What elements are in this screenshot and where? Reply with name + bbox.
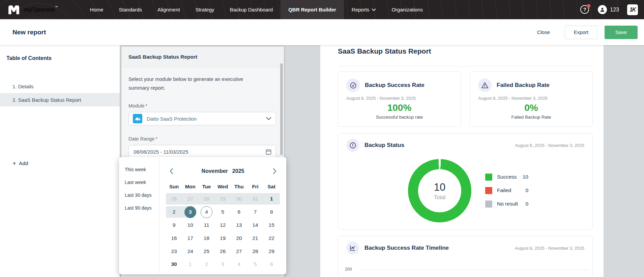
calendar-day[interactable]: 11 — [198, 219, 214, 232]
calendar-day[interactable]: 4 — [231, 258, 247, 271]
close-button[interactable]: Close — [537, 29, 550, 35]
donut-total: 10 — [434, 181, 445, 193]
card-title: Backup Success Rate Timeline — [364, 245, 449, 251]
calendar-day[interactable]: 28 — [198, 192, 214, 206]
calendar-day[interactable]: 16 — [166, 232, 182, 245]
nav-item-qbr-report-builder[interactable]: QBR Report Builder — [281, 0, 344, 19]
calendar-day[interactable]: 29 — [215, 192, 231, 206]
donut-chart: 10 Total — [408, 159, 471, 222]
calendar-day[interactable]: 2 — [166, 206, 182, 219]
calendar-day[interactable]: 23 — [166, 245, 182, 258]
myitprocess-logo-icon — [7, 5, 20, 15]
user-avatar-icon — [598, 5, 607, 14]
legend-swatch — [485, 187, 492, 194]
calendar-day[interactable]: 22 — [263, 232, 280, 245]
nav-item-strategy[interactable]: Strategy — [188, 0, 222, 19]
calendar-day[interactable]: 4 — [198, 206, 214, 219]
calendar-day[interactable]: 1 — [182, 258, 198, 271]
nav-item-home[interactable]: Home — [82, 0, 111, 19]
calendar-day[interactable]: 3 — [182, 206, 198, 219]
calendar-day[interactable]: 21 — [247, 232, 263, 245]
card-title: Backup Status — [364, 142, 404, 149]
module-select[interactable]: Datto SaaS Protection — [128, 112, 276, 125]
required-asterisk: * — [146, 103, 148, 109]
preset-this-week[interactable]: This week — [119, 163, 159, 176]
calendar-day[interactable]: 2 — [198, 258, 214, 271]
calendar-day-number: 26 — [168, 193, 180, 205]
calendar-day[interactable]: 26 — [166, 192, 182, 206]
kaseya-logo[interactable]: 1K — [627, 4, 638, 15]
calendar-day[interactable]: 26 — [215, 245, 231, 258]
preset-last-week[interactable]: Last week — [119, 176, 159, 189]
metric-cards-row: Backup Success Rate August 6, 2025 - Nov… — [338, 71, 593, 127]
card-title: Backup Success Rate — [365, 82, 425, 89]
calendar-day-number: 15 — [266, 219, 277, 231]
calendar-day[interactable]: 30 — [166, 258, 182, 271]
calendar-day[interactable]: 20 — [231, 232, 247, 245]
form-panel-title: SaaS Backup Status Report — [128, 54, 197, 60]
calendar-day[interactable]: 19 — [215, 232, 231, 245]
date-range-input[interactable]: 08/06/2025 - 11/03/2025 — [128, 145, 276, 158]
calendar-day[interactable]: 14 — [247, 219, 263, 232]
nav-item-backup-dashboard[interactable]: Backup Dashboard — [222, 0, 281, 19]
calendar-day[interactable]: 24 — [182, 245, 198, 258]
calendar-day[interactable]: 31 — [247, 192, 263, 206]
calendar-day[interactable]: 10 — [182, 219, 198, 232]
calendar-day[interactable]: 6 — [263, 258, 280, 271]
form-scrollbar[interactable] — [280, 63, 283, 155]
calendar-day[interactable]: 27 — [231, 245, 247, 258]
calendar-day[interactable]: 6 — [231, 206, 247, 219]
help-button[interactable]: ? — [580, 5, 590, 14]
user-menu[interactable]: 123 — [598, 5, 619, 14]
calendar-day[interactable]: 30 — [231, 192, 247, 206]
prev-month-button[interactable] — [166, 166, 177, 177]
add-section-button[interactable]: + Add — [12, 160, 28, 167]
calendar-day-number: 16 — [168, 232, 180, 244]
calendar-day[interactable]: 25 — [198, 245, 214, 258]
calendar-day[interactable]: 28 — [247, 245, 263, 258]
line-chart-icon — [346, 242, 359, 254]
preset-last-30-days[interactable]: Last 30 days — [119, 189, 159, 202]
legend-label: Failed — [497, 187, 511, 193]
calendar-day[interactable]: 5 — [215, 206, 231, 219]
calendar-day[interactable]: 1 — [263, 192, 280, 206]
save-button[interactable]: Save — [605, 26, 638, 39]
calendar-day[interactable]: 13 — [231, 219, 247, 232]
calendar-day-number: 28 — [250, 245, 261, 257]
calendar-day[interactable]: 17 — [182, 232, 198, 245]
toc-item-1-details[interactable]: 1. Details — [0, 80, 120, 93]
legend-row-no-result: No result0 — [485, 197, 528, 211]
card-date-range: August 6, 2025 - November 3, 2025 — [515, 143, 584, 148]
nav-item-organizations[interactable]: Organizations — [384, 0, 431, 19]
calendar-day[interactable]: 29 — [263, 245, 280, 258]
calendar-day-number: 30 — [168, 258, 180, 270]
nav-item-reports[interactable]: Reports — [344, 0, 384, 19]
calendar-day[interactable]: 27 — [182, 192, 198, 206]
legend-swatch — [485, 201, 492, 208]
brand[interactable]: myITprocess™ — [7, 5, 58, 15]
calendar-day-number: 3 — [217, 258, 229, 270]
report-title: SaaS Backup Status Report — [338, 47, 431, 55]
calendar-day-number: 28 — [201, 193, 212, 205]
plus-icon: + — [12, 160, 16, 167]
calendar-day[interactable]: 15 — [263, 219, 280, 232]
legend-row-failed: Failed0 — [485, 184, 528, 197]
toc-title: Table of Contents — [6, 55, 52, 61]
preset-last-90-days[interactable]: Last 90 days — [119, 202, 159, 214]
calendar-day[interactable]: 9 — [166, 219, 182, 232]
calendar-day[interactable]: 12 — [215, 219, 231, 232]
nav-item-standards[interactable]: Standards — [111, 0, 150, 19]
calendar-day[interactable]: 18 — [198, 232, 214, 245]
calendar-day[interactable]: 5 — [247, 258, 263, 271]
toc-item-2-saas-backup-status-report[interactable]: 2. SaaS Backup Status Report — [0, 93, 120, 106]
calendar-day-number: 27 — [233, 245, 245, 257]
next-month-button[interactable] — [269, 166, 280, 177]
y-axis-tick: 200 — [345, 267, 352, 272]
notification-dot — [587, 4, 590, 8]
nav-item-alignment[interactable]: Alignment — [150, 0, 188, 19]
calendar-day[interactable]: 7 — [247, 206, 263, 219]
export-button[interactable]: Export — [565, 26, 597, 39]
calendar-day[interactable]: 8 — [263, 206, 280, 219]
calendar-day[interactable]: 3 — [215, 258, 231, 271]
year-label: 2025 — [232, 168, 244, 174]
